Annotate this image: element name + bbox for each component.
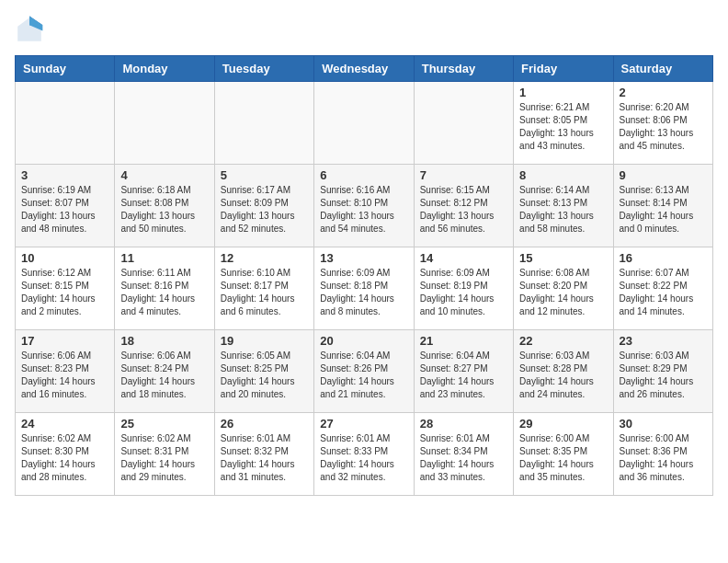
calendar-cell: 4Sunrise: 6:18 AM Sunset: 8:08 PM Daylig…: [115, 165, 214, 247]
calendar-cell: [115, 82, 214, 165]
day-number: 1: [519, 86, 607, 99]
day-info: Sunrise: 6:19 AM Sunset: 8:07 PM Dayligh…: [21, 184, 108, 236]
day-number: 8: [519, 168, 607, 182]
calendar-cell: [414, 82, 513, 165]
day-info: Sunrise: 6:20 AM Sunset: 8:06 PM Dayligh…: [620, 101, 707, 153]
day-number: 26: [221, 417, 308, 431]
day-info: Sunrise: 6:04 AM Sunset: 8:26 PM Dayligh…: [320, 350, 407, 401]
calendar-cell: [214, 82, 313, 165]
day-info: Sunrise: 6:08 AM Sunset: 8:20 PM Dayligh…: [519, 267, 607, 318]
calendar-week-row: 17Sunrise: 6:06 AM Sunset: 8:23 PM Dayli…: [16, 330, 713, 413]
day-number: 24: [21, 417, 108, 431]
calendar-cell: 25Sunrise: 6:02 AM Sunset: 8:31 PM Dayli…: [115, 413, 214, 496]
day-number: 15: [519, 251, 607, 265]
calendar-cell: 16Sunrise: 6:07 AM Sunset: 8:22 PM Dayli…: [613, 247, 712, 330]
column-header-friday: Friday: [514, 56, 613, 82]
day-number: 2: [620, 86, 707, 99]
day-number: 10: [21, 251, 108, 265]
calendar-cell: 15Sunrise: 6:08 AM Sunset: 8:20 PM Dayli…: [514, 247, 613, 330]
calendar-cell: 10Sunrise: 6:12 AM Sunset: 8:15 PM Dayli…: [16, 247, 115, 330]
logo: [15, 15, 48, 44]
column-header-saturday: Saturday: [613, 56, 712, 82]
day-info: Sunrise: 6:11 AM Sunset: 8:16 PM Dayligh…: [120, 267, 208, 318]
calendar-cell: 6Sunrise: 6:16 AM Sunset: 8:10 PM Daylig…: [314, 165, 414, 247]
calendar-table: SundayMondayTuesdayWednesdayThursdayFrid…: [15, 55, 713, 496]
day-info: Sunrise: 6:05 AM Sunset: 8:25 PM Dayligh…: [221, 350, 308, 401]
day-info: Sunrise: 6:07 AM Sunset: 8:22 PM Dayligh…: [620, 267, 707, 318]
calendar-cell: 29Sunrise: 6:00 AM Sunset: 8:35 PM Dayli…: [514, 413, 613, 496]
day-info: Sunrise: 6:00 AM Sunset: 8:35 PM Dayligh…: [519, 432, 607, 484]
day-number: 5: [221, 168, 308, 182]
day-info: Sunrise: 6:15 AM Sunset: 8:12 PM Dayligh…: [420, 184, 507, 236]
calendar-cell: 14Sunrise: 6:09 AM Sunset: 8:19 PM Dayli…: [414, 247, 513, 330]
calendar-cell: 26Sunrise: 6:01 AM Sunset: 8:32 PM Dayli…: [214, 413, 313, 496]
calendar-cell: 28Sunrise: 6:01 AM Sunset: 8:34 PM Dayli…: [414, 413, 513, 496]
day-info: Sunrise: 6:02 AM Sunset: 8:30 PM Dayligh…: [21, 432, 108, 484]
day-info: Sunrise: 6:10 AM Sunset: 8:17 PM Dayligh…: [221, 267, 308, 318]
day-number: 7: [420, 168, 507, 182]
day-info: Sunrise: 6:09 AM Sunset: 8:19 PM Dayligh…: [420, 267, 507, 318]
calendar-cell: 3Sunrise: 6:19 AM Sunset: 8:07 PM Daylig…: [16, 165, 115, 247]
day-info: Sunrise: 6:18 AM Sunset: 8:08 PM Dayligh…: [120, 184, 208, 236]
day-number: 30: [620, 417, 707, 431]
day-number: 18: [120, 334, 208, 348]
day-info: Sunrise: 6:04 AM Sunset: 8:27 PM Dayligh…: [420, 350, 507, 401]
day-number: 23: [620, 334, 707, 348]
day-number: 11: [120, 251, 208, 265]
calendar-cell: 9Sunrise: 6:13 AM Sunset: 8:14 PM Daylig…: [613, 165, 712, 247]
day-number: 17: [21, 334, 108, 348]
day-number: 29: [519, 417, 607, 431]
day-number: 9: [620, 168, 707, 182]
calendar-cell: 11Sunrise: 6:11 AM Sunset: 8:16 PM Dayli…: [115, 247, 214, 330]
day-number: 3: [21, 168, 108, 182]
calendar-cell: 18Sunrise: 6:06 AM Sunset: 8:24 PM Dayli…: [115, 330, 214, 413]
calendar-cell: 17Sunrise: 6:06 AM Sunset: 8:23 PM Dayli…: [16, 330, 115, 413]
day-info: Sunrise: 6:01 AM Sunset: 8:32 PM Dayligh…: [221, 432, 308, 484]
column-header-wednesday: Wednesday: [314, 56, 414, 82]
day-number: 4: [120, 168, 208, 182]
calendar-cell: 19Sunrise: 6:05 AM Sunset: 8:25 PM Dayli…: [214, 330, 313, 413]
calendar-cell: 27Sunrise: 6:01 AM Sunset: 8:33 PM Dayli…: [314, 413, 414, 496]
calendar-week-row: 24Sunrise: 6:02 AM Sunset: 8:30 PM Dayli…: [16, 413, 713, 496]
day-number: 6: [320, 168, 407, 182]
calendar-cell: 1Sunrise: 6:21 AM Sunset: 8:05 PM Daylig…: [514, 82, 613, 165]
day-number: 27: [320, 417, 407, 431]
day-info: Sunrise: 6:17 AM Sunset: 8:09 PM Dayligh…: [221, 184, 308, 236]
day-info: Sunrise: 6:06 AM Sunset: 8:24 PM Dayligh…: [120, 350, 208, 401]
calendar-cell: 7Sunrise: 6:15 AM Sunset: 8:12 PM Daylig…: [414, 165, 513, 247]
day-info: Sunrise: 6:03 AM Sunset: 8:28 PM Dayligh…: [519, 350, 607, 401]
calendar-week-row: 10Sunrise: 6:12 AM Sunset: 8:15 PM Dayli…: [16, 247, 713, 330]
day-info: Sunrise: 6:14 AM Sunset: 8:13 PM Dayligh…: [519, 184, 607, 236]
calendar-cell: 23Sunrise: 6:03 AM Sunset: 8:29 PM Dayli…: [613, 330, 712, 413]
column-header-thursday: Thursday: [414, 56, 513, 82]
logo-icon: [15, 15, 44, 44]
day-info: Sunrise: 6:02 AM Sunset: 8:31 PM Dayligh…: [120, 432, 208, 484]
day-info: Sunrise: 6:09 AM Sunset: 8:18 PM Dayligh…: [320, 267, 407, 318]
day-info: Sunrise: 6:06 AM Sunset: 8:23 PM Dayligh…: [21, 350, 108, 401]
calendar-cell: 30Sunrise: 6:00 AM Sunset: 8:36 PM Dayli…: [613, 413, 712, 496]
day-number: 25: [120, 417, 208, 431]
day-info: Sunrise: 6:01 AM Sunset: 8:33 PM Dayligh…: [320, 432, 407, 484]
column-header-sunday: Sunday: [16, 56, 115, 82]
day-info: Sunrise: 6:03 AM Sunset: 8:29 PM Dayligh…: [620, 350, 707, 401]
day-number: 12: [221, 251, 308, 265]
day-info: Sunrise: 6:01 AM Sunset: 8:34 PM Dayligh…: [420, 432, 507, 484]
day-number: 28: [420, 417, 507, 431]
day-number: 19: [221, 334, 308, 348]
calendar-week-row: 3Sunrise: 6:19 AM Sunset: 8:07 PM Daylig…: [16, 165, 713, 247]
calendar-cell: 22Sunrise: 6:03 AM Sunset: 8:28 PM Dayli…: [514, 330, 613, 413]
column-header-monday: Monday: [115, 56, 214, 82]
day-info: Sunrise: 6:21 AM Sunset: 8:05 PM Dayligh…: [519, 101, 607, 153]
calendar-week-row: 1Sunrise: 6:21 AM Sunset: 8:05 PM Daylig…: [16, 82, 713, 165]
day-info: Sunrise: 6:00 AM Sunset: 8:36 PM Dayligh…: [620, 432, 707, 484]
day-number: 22: [519, 334, 607, 348]
day-number: 21: [420, 334, 507, 348]
calendar-cell: 13Sunrise: 6:09 AM Sunset: 8:18 PM Dayli…: [314, 247, 414, 330]
page-header: [15, 15, 713, 44]
calendar-cell: [16, 82, 115, 165]
calendar-header-row: SundayMondayTuesdayWednesdayThursdayFrid…: [16, 56, 713, 82]
day-number: 20: [320, 334, 407, 348]
day-info: Sunrise: 6:16 AM Sunset: 8:10 PM Dayligh…: [320, 184, 407, 236]
calendar-cell: 24Sunrise: 6:02 AM Sunset: 8:30 PM Dayli…: [16, 413, 115, 496]
calendar-cell: 5Sunrise: 6:17 AM Sunset: 8:09 PM Daylig…: [214, 165, 313, 247]
